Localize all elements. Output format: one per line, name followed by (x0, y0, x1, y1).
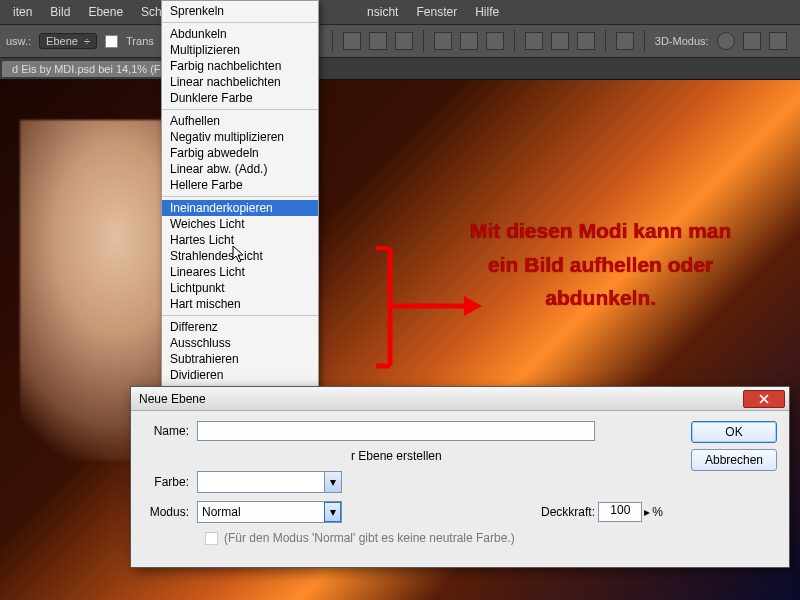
align-left-icon[interactable] (434, 32, 452, 50)
document-tab[interactable]: d Eis by MDI.psd bei 14,1% (Fa (2, 61, 177, 77)
menu-image[interactable]: Bild (41, 5, 79, 19)
document-tab-bar: d Eis by MDI.psd bei 14,1% (Fa (0, 58, 800, 80)
menu-help[interactable]: Hilfe (466, 5, 508, 19)
blend-mode-item[interactable]: Dunklere Farbe (162, 90, 318, 106)
blend-mode-item[interactable]: Hellere Farbe (162, 177, 318, 193)
align-hcenter-icon[interactable] (460, 32, 478, 50)
blend-mode-item[interactable]: Ausschluss (162, 335, 318, 351)
blend-mode-item[interactable]: Negativ multiplizieren (162, 129, 318, 145)
dialog-title: Neue Ebene (135, 392, 743, 406)
annotation-text: Mit diesen Modi kann man ein Bild aufhel… (470, 214, 731, 315)
name-input[interactable] (197, 421, 595, 441)
3d-pan-icon[interactable] (743, 32, 761, 50)
mouse-cursor-icon (232, 245, 246, 263)
align-vcenter-icon[interactable] (369, 32, 387, 50)
menu-window[interactable]: Fenster (407, 5, 466, 19)
trans-label: Trans (126, 35, 154, 47)
dist-4-icon[interactable] (616, 32, 634, 50)
usw-label: usw.: (6, 35, 31, 47)
blend-mode-item[interactable]: Sprenkeln (162, 3, 318, 19)
options-bar: usw.: Ebene ÷ Trans 3D-Modus: (0, 24, 800, 58)
new-layer-dialog: Neue Ebene OK Abbrechen Name: r Ebene er… (130, 386, 790, 568)
color-label: Farbe: (143, 475, 197, 489)
align-bottom-icon[interactable] (395, 32, 413, 50)
stepper-icon[interactable]: ▸ (642, 505, 652, 519)
align-top-icon[interactable] (343, 32, 361, 50)
neutral-checkbox (205, 532, 218, 545)
mode-select[interactable]: Normal (197, 501, 342, 523)
svg-marker-1 (464, 296, 482, 316)
align-right-icon[interactable] (486, 32, 504, 50)
chevron-down-icon[interactable]: ▾ (324, 472, 341, 492)
3d-slide-icon[interactable] (769, 32, 787, 50)
ok-button[interactable]: OK (691, 421, 777, 443)
3d-orbit-icon[interactable] (717, 32, 735, 50)
blend-mode-item[interactable]: Hart mischen (162, 296, 318, 312)
color-select[interactable] (197, 471, 342, 493)
3d-mode-label: 3D-Modus: (655, 35, 709, 47)
trans-checkbox[interactable] (105, 35, 118, 48)
menu-view[interactable]: nsicht (358, 5, 407, 19)
menu-layer[interactable]: Ebene (79, 5, 132, 19)
dialog-titlebar[interactable]: Neue Ebene (131, 387, 789, 411)
opacity-label: Deckkraft: (541, 505, 595, 519)
blend-mode-item[interactable]: Multiplizieren (162, 42, 318, 58)
mode-label: Modus: (143, 505, 197, 519)
layer-dropdown[interactable]: Ebene ÷ (39, 33, 97, 49)
close-icon (759, 394, 769, 404)
dist-1-icon[interactable] (525, 32, 543, 50)
blend-mode-item[interactable]: Lichtpunkt (162, 280, 318, 296)
blend-mode-item[interactable]: Aufhellen (162, 113, 318, 129)
chevron-down-icon[interactable]: ▾ (324, 502, 341, 522)
blend-mode-item[interactable]: Farbig abwedeln (162, 145, 318, 161)
name-label: Name: (143, 424, 197, 438)
close-button[interactable] (743, 390, 785, 408)
blend-mode-item[interactable]: Weiches Licht (162, 216, 318, 232)
menu-edit[interactable]: iten (4, 5, 41, 19)
blend-mode-item[interactable]: Linear nachbelichten (162, 74, 318, 90)
opacity-input[interactable]: 100 (598, 502, 642, 522)
dist-3-icon[interactable] (577, 32, 595, 50)
blend-mode-item[interactable]: Subtrahieren (162, 351, 318, 367)
opacity-unit: % (652, 505, 663, 519)
blend-mode-item[interactable]: Abdunkeln (162, 26, 318, 42)
annotation-arrow (332, 246, 482, 376)
menu-bar: iten Bild Ebene Schrift nsicht Fenster H… (0, 0, 800, 24)
dist-2-icon[interactable] (551, 32, 569, 50)
blend-mode-item[interactable]: Differenz (162, 319, 318, 335)
below-layer-text: r Ebene erstellen (351, 449, 442, 463)
blend-mode-item[interactable]: Lineares Licht (162, 264, 318, 280)
blend-mode-item[interactable]: Linear abw. (Add.) (162, 161, 318, 177)
blend-mode-item[interactable]: Ineinanderkopieren (162, 200, 318, 216)
neutral-hint: (Für den Modus 'Normal' gibt es keine ne… (224, 531, 515, 545)
cancel-button[interactable]: Abbrechen (691, 449, 777, 471)
blend-mode-item[interactable]: Dividieren (162, 367, 318, 383)
blend-mode-item[interactable]: Farbig nachbelichten (162, 58, 318, 74)
